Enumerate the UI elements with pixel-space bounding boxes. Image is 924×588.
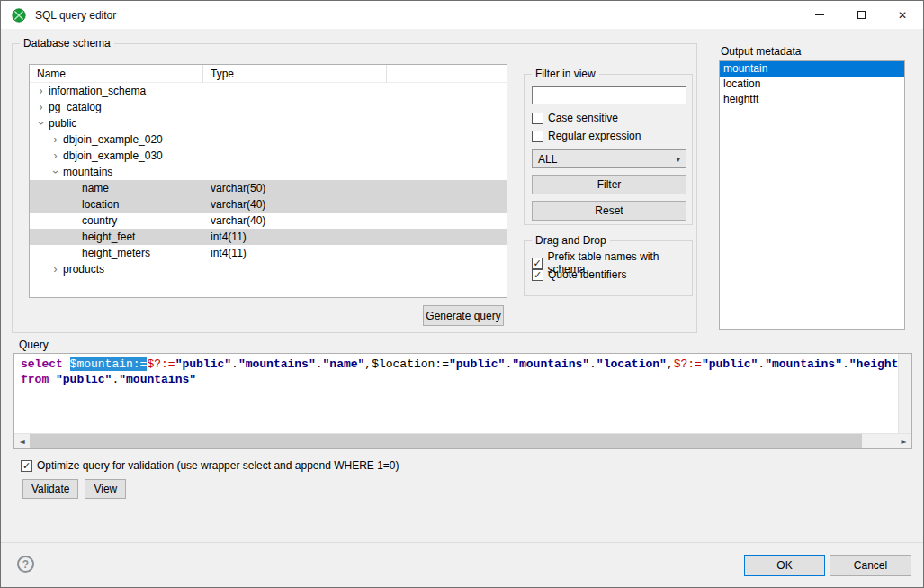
tree-row-type: varchar(40) <box>211 214 265 227</box>
sql-identifier: "name" <box>323 357 365 371</box>
generate-query-button[interactable]: Generate query <box>423 305 504 326</box>
checkbox-unchecked-icon <box>532 131 543 142</box>
tree-row[interactable]: › products <box>30 261 507 277</box>
chevron-down-icon[interactable]: › <box>49 167 62 178</box>
sql-identifier: "mountains" <box>765 357 842 371</box>
title-bar: SQL query editor ✕ <box>1 1 923 29</box>
column-divider[interactable] <box>202 65 203 82</box>
sql-keyword: select <box>21 357 70 371</box>
footer-divider <box>1 542 923 543</box>
schema-tree[interactable]: Name Type › information_schema › pg_cata… <box>29 64 507 298</box>
reset-button[interactable]: Reset <box>532 201 686 221</box>
tree-row-label: height_feet <box>82 231 135 243</box>
cancel-button[interactable]: Cancel <box>830 555 911 576</box>
quote-identifiers-checkbox[interactable]: ✓ Quote identifiers <box>532 268 626 281</box>
query-label: Query <box>19 339 49 351</box>
tree-header[interactable]: Name Type <box>30 65 507 83</box>
tree-row[interactable]: name varchar(50) <box>30 180 507 196</box>
tree-row[interactable]: height_feet int4(11) <box>30 229 507 245</box>
sql-identifier: "mountains" <box>119 373 196 386</box>
drag-and-drop-label: Drag and Drop <box>532 234 610 247</box>
quote-identifiers-label: Quote identifiers <box>548 268 626 281</box>
column-divider[interactable] <box>386 65 387 82</box>
maximize-icon <box>857 11 866 19</box>
query-editor[interactable]: select $mountain:=$?:="public"."mountain… <box>13 353 912 449</box>
tree-row-label: dbjoin_example_030 <box>63 149 163 162</box>
sql-selected-token: $mountain:= <box>70 357 148 371</box>
sql-identifier: "mountains" <box>238 357 316 371</box>
sql-text: . <box>758 357 765 371</box>
query-line: select $mountain:=$?:="public"."mountain… <box>21 357 911 372</box>
filter-scope-dropdown[interactable]: ALL ▾ <box>532 149 686 168</box>
tree-row-label: country <box>82 214 117 227</box>
case-sensitive-checkbox[interactable]: Case sensitive <box>532 112 618 124</box>
window-title: SQL query editor <box>35 9 116 22</box>
scroll-right-icon[interactable]: ► <box>896 434 911 449</box>
tree-row-label: height_meters <box>82 247 150 259</box>
tree-row-label: dbjoin_example_020 <box>63 133 163 146</box>
filter-input[interactable] <box>532 86 686 104</box>
ok-button[interactable]: OK <box>744 555 825 576</box>
sql-parameter: $?:= <box>147 357 175 371</box>
sql-text: , <box>667 357 674 371</box>
tree-row-type: int4(11) <box>211 231 247 243</box>
database-schema-group: Database schema Name Type › information_… <box>12 43 697 333</box>
sql-text: . <box>589 357 597 371</box>
sql-parameter: $?:= <box>674 357 702 371</box>
help-button[interactable]: ? <box>17 556 34 573</box>
filter-in-view-group: Filter in view Case sensitive Regular ex… <box>524 74 693 225</box>
chevron-right-icon[interactable]: › <box>35 101 47 113</box>
tree-row-label: mountains <box>63 166 112 178</box>
list-item[interactable]: mountain <box>720 61 904 77</box>
horizontal-scrollbar[interactable]: ◄ ► <box>14 433 911 448</box>
minimize-icon <box>815 14 824 15</box>
column-header-name[interactable]: Name <box>37 68 66 80</box>
tree-row[interactable]: location varchar(40) <box>30 196 507 213</box>
case-sensitive-label: Case sensitive <box>548 112 618 124</box>
tree-row[interactable]: › dbjoin_example_030 <box>30 148 507 164</box>
tree-row[interactable]: › information_schema <box>30 83 507 99</box>
tree-row-label: information_schema <box>49 85 146 97</box>
tree-row-label: name <box>82 182 109 194</box>
tree-row-label: products <box>63 263 104 276</box>
tree-row[interactable]: height_meters int4(11) <box>30 245 507 261</box>
checkbox-checked-icon: ✓ <box>21 460 32 472</box>
sql-query-editor-dialog: SQL query editor ✕ Database schema Name … <box>0 0 924 588</box>
chevron-right-icon[interactable]: › <box>49 263 61 276</box>
tree-row[interactable]: › mountains <box>30 164 507 180</box>
minimize-button[interactable] <box>799 1 840 29</box>
sql-text: . <box>842 357 849 371</box>
validate-button[interactable]: Validate <box>22 479 78 499</box>
close-icon: ✕ <box>898 9 907 22</box>
sql-identifier: "public" <box>175 357 231 371</box>
tree-row[interactable]: › dbjoin_example_020 <box>30 131 507 148</box>
scroll-left-icon[interactable]: ◄ <box>14 434 30 449</box>
sql-identifier: "public" <box>702 357 758 371</box>
tree-row[interactable]: › pg_catalog <box>30 99 507 115</box>
output-metadata-list[interactable]: mountain location heightft <box>719 60 905 330</box>
scrollbar-thumb[interactable] <box>30 434 862 448</box>
vertical-scrollbar[interactable] <box>898 354 911 433</box>
sql-identifier: "public" <box>56 373 112 386</box>
list-item[interactable]: location <box>720 77 904 92</box>
optimize-query-checkbox[interactable]: ✓ Optimize query for validation (use wra… <box>21 459 399 472</box>
chevron-right-icon[interactable]: › <box>35 85 47 97</box>
sql-identifier: "mountains" <box>512 357 589 371</box>
chevron-right-icon[interactable]: › <box>49 149 61 162</box>
query-text[interactable]: select $mountain:=$?:="public"."mountain… <box>14 354 911 433</box>
sql-keyword: from <box>21 373 56 386</box>
chevron-down-icon[interactable]: › <box>35 118 48 130</box>
chevron-right-icon[interactable]: › <box>49 133 61 146</box>
tree-row-label: public <box>49 117 76 130</box>
tree-row[interactable]: country varchar(40) <box>30 213 507 229</box>
column-header-type[interactable]: Type <box>211 68 234 80</box>
filter-button[interactable]: Filter <box>532 175 686 194</box>
sql-text: , <box>364 357 372 371</box>
tree-row[interactable]: › public <box>30 115 507 131</box>
list-item[interactable]: heightft <box>720 92 904 107</box>
regular-expression-checkbox[interactable]: Regular expression <box>532 130 641 142</box>
maximize-button[interactable] <box>840 1 882 29</box>
app-logo-icon <box>12 8 26 23</box>
view-button[interactable]: View <box>85 479 126 499</box>
close-button[interactable]: ✕ <box>882 1 923 29</box>
